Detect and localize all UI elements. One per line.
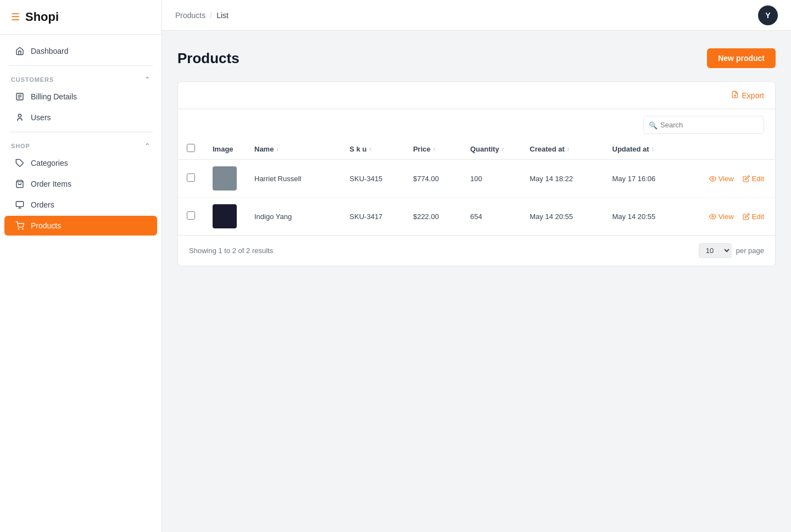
view-button-2[interactable]: View — [707, 211, 736, 222]
sort-icon-updated: ↕ — [651, 146, 654, 152]
sort-icon-price: ↕ — [433, 146, 436, 152]
per-page-label: per page — [736, 247, 764, 255]
row-checkbox-cell — [178, 160, 204, 198]
col-header-sku[interactable]: S k u ↕ — [341, 138, 404, 160]
breadcrumb: Products / List — [175, 11, 229, 20]
product-image-1 — [213, 166, 237, 191]
sidebar-nav: Dashboard CUSTOMERS ⌃ Billing Details Us… — [0, 35, 161, 242]
svg-point-13 — [712, 177, 714, 179]
sidebar-item-billing-details[interactable]: Billing Details — [4, 87, 157, 107]
menu-icon[interactable]: ☰ — [11, 11, 20, 23]
row-sku-cell: SKU-3417 — [341, 198, 404, 236]
export-button[interactable]: Export — [731, 91, 764, 100]
topbar: Products / List Y — [162, 0, 791, 31]
sidebar-item-categories[interactable]: Categories — [4, 153, 157, 173]
row-checkbox-2[interactable] — [187, 211, 195, 220]
breadcrumb-parent[interactable]: Products — [175, 11, 205, 20]
sidebar-item-label: Billing Details — [31, 92, 77, 101]
sidebar-item-label: Dashboard — [31, 47, 69, 55]
product-image-2 — [213, 204, 237, 228]
nav-divider — [9, 65, 153, 66]
sidebar-header: ☰ Shopi — [0, 0, 161, 35]
search-input[interactable] — [643, 116, 764, 134]
col-header-name[interactable]: Name ↕ — [246, 138, 341, 160]
logo: Shopi — [25, 10, 59, 24]
shop-section-header: SHOP ⌃ — [0, 137, 161, 152]
col-header-checkbox — [178, 138, 204, 160]
bag-icon — [15, 180, 24, 188]
export-label: Export — [742, 91, 764, 100]
sidebar-item-products[interactable]: Products — [4, 216, 157, 236]
col-header-updated-at[interactable]: Updated at ↕ — [604, 138, 686, 160]
edit-button-2[interactable]: Edit — [740, 211, 766, 222]
chevron-up-icon-2[interactable]: ⌃ — [144, 142, 151, 150]
page-content: Products New product Export 🔍 — [162, 31, 791, 532]
home-icon — [15, 47, 24, 55]
sort-icon-sku: ↕ — [369, 146, 371, 152]
sidebar: ☰ Shopi Dashboard CUSTOMERS ⌃ Billing De… — [0, 0, 162, 532]
tag-icon — [15, 159, 24, 167]
col-header-created-at[interactable]: Created at ↕ — [521, 138, 603, 160]
table-toolbar: Export — [178, 82, 775, 109]
export-icon — [731, 91, 739, 100]
edit-button-1[interactable]: Edit — [740, 173, 766, 184]
main-content: Products / List Y Products New product E… — [162, 0, 791, 532]
svg-point-10 — [18, 228, 19, 229]
svg-point-11 — [23, 228, 23, 229]
col-header-quantity[interactable]: Quantity ↕ — [461, 138, 521, 160]
sidebar-item-orders[interactable]: Orders — [4, 195, 157, 215]
sidebar-item-order-items[interactable]: Order Items — [4, 174, 157, 194]
sidebar-item-users[interactable]: Users — [4, 108, 157, 127]
row-image-cell — [204, 160, 246, 198]
row-quantity-cell: 100 — [461, 160, 521, 198]
row-created-at-cell: May 14 18:22 — [521, 160, 603, 198]
table-header-row: Image Name ↕ S k u ↕ — [178, 138, 775, 160]
row-actions-cell: View Edit — [686, 160, 775, 198]
col-header-price[interactable]: Price ↕ — [404, 138, 461, 160]
receipt-icon — [15, 92, 24, 101]
svg-point-14 — [712, 215, 714, 217]
row-created-at-cell: May 14 20:55 — [521, 198, 603, 236]
sort-icon-created: ↕ — [567, 146, 570, 152]
search-wrapper: 🔍 — [643, 116, 764, 134]
row-updated-at-cell: May 14 20:55 — [604, 198, 686, 236]
search-icon: 🔍 — [649, 121, 658, 129]
sidebar-item-label: Order Items — [31, 180, 71, 188]
col-header-image: Image — [204, 138, 246, 160]
row-checkbox-cell — [178, 198, 204, 236]
search-row: 🔍 — [178, 109, 775, 138]
page-title: Products — [177, 50, 239, 67]
per-page-select[interactable]: 10 25 50 100 — [699, 243, 732, 258]
select-all-checkbox[interactable] — [187, 144, 195, 152]
avatar[interactable]: Y — [758, 5, 778, 25]
row-price-cell: $774.00 — [404, 160, 461, 198]
col-header-actions — [686, 138, 775, 160]
row-sku-cell: SKU-3415 — [341, 160, 404, 198]
chevron-up-icon[interactable]: ⌃ — [144, 76, 151, 83]
nav-divider-2 — [9, 132, 153, 132]
view-button-1[interactable]: View — [707, 173, 736, 184]
person-icon — [15, 113, 24, 122]
row-name-cell: Harriet Russell — [246, 160, 341, 198]
results-text: Showing 1 to 2 of 2 results — [189, 247, 273, 255]
row-name-cell: Indigo Yang — [246, 198, 341, 236]
orders-icon — [15, 200, 24, 209]
row-actions-cell: View Edit — [686, 198, 775, 236]
customers-section-header: CUSTOMERS ⌃ — [0, 70, 161, 86]
table-row: Harriet Russell SKU-3415 $774.00 100 May… — [178, 160, 775, 198]
breadcrumb-separator: / — [210, 11, 212, 20]
shop-section-label: SHOP — [11, 143, 30, 149]
new-product-button[interactable]: New product — [707, 48, 776, 68]
sidebar-item-dashboard[interactable]: Dashboard — [4, 41, 157, 61]
table-row: Indigo Yang SKU-3417 $222.00 654 May 14 … — [178, 198, 775, 236]
customers-section-label: CUSTOMERS — [11, 76, 54, 83]
cart-icon — [15, 221, 24, 230]
svg-rect-7 — [16, 201, 23, 206]
row-checkbox-1[interactable] — [187, 173, 195, 182]
sidebar-item-label: Products — [31, 221, 61, 230]
page-header: Products New product — [177, 48, 776, 68]
sidebar-item-label: Categories — [31, 159, 68, 167]
row-quantity-cell: 654 — [461, 198, 521, 236]
row-price-cell: $222.00 — [404, 198, 461, 236]
products-table-card: Export 🔍 Image — [177, 81, 776, 266]
